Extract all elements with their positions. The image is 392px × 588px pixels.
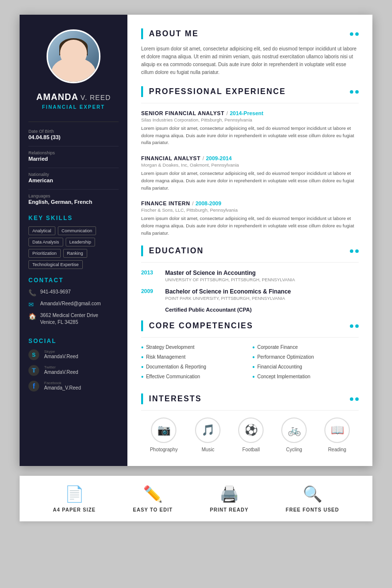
competencies-section-line (141, 320, 143, 331)
exp-1-title: Senior Financial Analyst (141, 110, 224, 116)
exp-1-desc: Lorem ipsum dolor sit amet, consectetur … (141, 125, 359, 147)
about-text: Lorem ipsum dolor sit amet, consectetur … (141, 45, 359, 76)
nationality-block: Nationality American (28, 172, 119, 183)
feature-free-fonts: 🔍 Free Fonts Used (286, 485, 339, 513)
facebook-label: Facebook (44, 381, 81, 385)
competencies-section-header: Core Competencies (141, 320, 359, 331)
exp-3-company: Fischer & Sons, LLC, Pittsburgh, Pennsyl… (141, 207, 359, 213)
about-section-header: About Me (141, 28, 359, 39)
exp-dot-1 (350, 90, 353, 94)
exp-entry-2: Financial Analyst / 2009-2014 Morgan & D… (141, 155, 359, 192)
mini-divider-3 (28, 189, 119, 190)
divider-1 (28, 122, 119, 122)
comp-documentation: • Documentation & Reporting (141, 364, 247, 370)
football-icon: ⚽ (238, 417, 264, 443)
education-section-line (141, 245, 143, 256)
int-dot-2 (355, 397, 359, 401)
edu-1-school: University of Pittsburgh, Pittsburgh, Pe… (165, 277, 295, 282)
photography-icon: 📷 (151, 417, 176, 443)
feature-print-ready: 🖨️ Print Ready (210, 485, 248, 513)
bullet-doc: • (141, 364, 144, 370)
interest-football: ⚽ Football (238, 417, 264, 452)
dot-1 (350, 32, 353, 36)
sidebar: AMANDA V. REED Financial Expert Date of … (20, 15, 127, 466)
exp-entry-3: Finance Intern / 2008-2009 Fischer & Son… (141, 200, 359, 237)
skype-label: Skype (44, 349, 78, 354)
fonts-icon: 🔍 (303, 485, 322, 503)
edu-entry-2: 2009 Bachelor of Science in Economics & … (141, 288, 359, 301)
competencies-grid: • Strategy Development • Risk Management… (141, 344, 359, 384)
last-name: V. REED (80, 94, 111, 101)
interests-title: Interests (149, 394, 350, 403)
about-title: About Me (149, 29, 350, 38)
edu-dot-2 (355, 249, 359, 253)
interest-photography: 📷 Photography (150, 417, 178, 452)
experience-title: Professional Experience (149, 87, 350, 96)
comp-corporate: • Corporate Finance (252, 344, 359, 351)
skype-social: S Skype AmandaV.Reed (28, 349, 119, 360)
experience-dots (350, 90, 359, 94)
main-content: About Me Lorem ipsum dolor sit amet, con… (127, 15, 372, 466)
skill-data-analysis: Data Analysis (28, 238, 63, 246)
email-contact: ✉ AmandaVReed@gmail.com (28, 300, 119, 308)
cycling-icon: 🚲 (281, 417, 307, 443)
experience-section-header: Professional Experience (141, 86, 359, 97)
experience-section-line (141, 86, 143, 97)
mini-divider-2 (28, 168, 119, 168)
email-icon: ✉ (28, 301, 36, 308)
music-icon: 🎵 (195, 417, 220, 443)
competencies-title: Core Competencies (149, 321, 350, 330)
exp-3-title: Finance Intern (141, 200, 190, 206)
comp-communication: • Effective Communication (141, 374, 247, 380)
edu-entry-1: 2013 Master of Science in Accounting Uni… (141, 270, 359, 282)
twitter-social: 𝕋 Twitter AmandaV.Reed (28, 365, 119, 376)
bullet-concept: • (252, 373, 255, 380)
interests-divider (141, 410, 359, 411)
facebook-icon: f (28, 381, 39, 392)
comp-financial-accounting: • Financial Accounting (252, 364, 359, 370)
bullet-strategy: • (141, 344, 144, 351)
skills-grid: Analytical Communication Data Analysis L… (28, 226, 119, 269)
reading-label: Reading (328, 447, 346, 452)
exp-entry-1: Senior Financial Analyst / 2014-Present … (141, 110, 359, 147)
exp-3-desc: Lorem ipsum dolor sit amet, consectetur … (141, 215, 359, 237)
interests-dots (350, 397, 359, 401)
address-contact: 🏠 3662 Medical Center Drive Venice, FL 3… (28, 312, 119, 326)
feature-easy-edit: ✏️ Easy To Edit (133, 485, 172, 513)
edu-1-degree: Master of Science in Accounting (165, 270, 295, 276)
reading-icon: 📖 (324, 417, 350, 443)
languages-value: English, German, French (28, 199, 119, 205)
about-section-line (141, 28, 143, 39)
comp-col-left: • Strategy Development • Risk Management… (141, 344, 247, 384)
bullet-performance: • (252, 354, 255, 361)
print-label: Print Ready (210, 507, 248, 513)
languages-block: Languages English, German, French (28, 194, 119, 205)
bullet-corporate: • (252, 344, 255, 351)
cycling-label: Cycling (286, 447, 302, 452)
exp-1-period: 2014-Present (230, 110, 264, 116)
comp-risk: • Risk Management (141, 354, 247, 361)
edit-icon: ✏️ (143, 485, 163, 503)
mini-divider-1 (28, 146, 119, 147)
skill-prioritization: Prioritization (28, 249, 61, 258)
dot-2 (355, 32, 359, 36)
name-block: AMANDA V. REED Financial Expert (36, 92, 111, 110)
bottom-bar: 📄 A4 Paper Size ✏️ Easy To Edit 🖨️ Print… (20, 476, 372, 521)
skill-ranking: Ranking (63, 249, 87, 258)
feature-paper-size: 📄 A4 Paper Size (53, 485, 96, 513)
edu-1-year: 2013 (141, 270, 158, 282)
interest-cycling: 🚲 Cycling (281, 417, 307, 452)
comp-performance: • Performance Optimization (252, 354, 359, 361)
dob-value: 04.04.85 (33) (28, 134, 119, 140)
skills-section-title: Key Skills (28, 215, 73, 221)
nationality-label: Nationality (28, 172, 119, 177)
fonts-label: Free Fonts Used (286, 507, 339, 513)
education-divider (141, 262, 359, 263)
facebook-handle: Amanda_V.Reed (44, 385, 81, 391)
skype-icon: S (28, 349, 39, 360)
phone-value: 941-493-9697 (40, 289, 71, 295)
first-name: AMANDA (36, 92, 78, 102)
contact-section-title: Contact (28, 277, 64, 284)
exp-2-desc: Lorem ipsum dolor sit amet, consectetur … (141, 170, 359, 192)
relationships-block: Relationships Married (28, 150, 119, 162)
